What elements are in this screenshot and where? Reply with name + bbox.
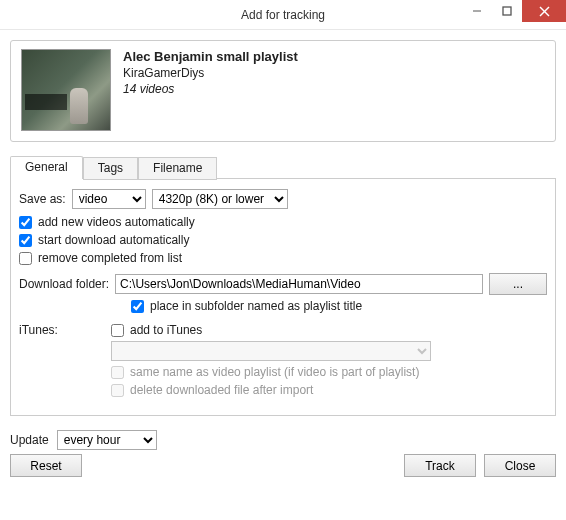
playlist-count: 14 videos <box>123 82 298 96</box>
chk-subfolder-label: place in subfolder named as playlist tit… <box>150 299 362 313</box>
chk-start-download-label: start download automatically <box>38 233 189 247</box>
tab-filename[interactable]: Filename <box>138 157 217 180</box>
maximize-button[interactable] <box>492 0 522 22</box>
close-window-button[interactable] <box>522 0 566 22</box>
chk-add-itunes[interactable] <box>111 324 124 337</box>
tab-body-general: Save as: video 4320p (8K) or lower add n… <box>10 178 556 416</box>
minimize-button[interactable] <box>462 0 492 22</box>
playlist-thumbnail <box>21 49 111 131</box>
tabs: General Tags Filename <box>10 156 556 179</box>
playlist-title: Alec Benjamin small playlist <box>123 49 298 64</box>
window-title: Add for tracking <box>241 8 325 22</box>
playlist-panel: Alec Benjamin small playlist KiraGamerDi… <box>10 40 556 142</box>
itunes-label: iTunes: <box>19 323 105 401</box>
tab-tags[interactable]: Tags <box>83 157 138 180</box>
chk-add-itunes-label: add to iTunes <box>130 323 202 337</box>
playlist-author: KiraGamerDiys <box>123 66 298 80</box>
update-label: Update <box>10 433 49 447</box>
chk-start-download[interactable] <box>19 234 32 247</box>
chk-delete-after <box>111 384 124 397</box>
titlebar: Add for tracking <box>0 0 566 30</box>
itunes-playlist-select <box>111 341 431 361</box>
track-button[interactable]: Track <box>404 454 476 477</box>
chk-same-name <box>111 366 124 379</box>
chk-remove-completed[interactable] <box>19 252 32 265</box>
close-button[interactable]: Close <box>484 454 556 477</box>
browse-button[interactable]: ... <box>489 273 547 295</box>
save-as-quality-select[interactable]: 4320p (8K) or lower <box>152 189 288 209</box>
chk-delete-after-label: delete downloaded file after import <box>130 383 313 397</box>
save-as-type-select[interactable]: video <box>72 189 146 209</box>
chk-same-name-label: same name as video playlist (if video is… <box>130 365 419 379</box>
reset-button[interactable]: Reset <box>10 454 82 477</box>
tab-general[interactable]: General <box>10 156 83 179</box>
chk-subfolder[interactable] <box>131 300 144 313</box>
download-folder-label: Download folder: <box>19 277 109 291</box>
chk-add-new[interactable] <box>19 216 32 229</box>
svg-rect-1 <box>503 7 511 15</box>
download-folder-input[interactable] <box>115 274 483 294</box>
update-interval-select[interactable]: every hour <box>57 430 157 450</box>
chk-add-new-label: add new videos automatically <box>38 215 195 229</box>
chk-remove-completed-label: remove completed from list <box>38 251 182 265</box>
save-as-label: Save as: <box>19 192 66 206</box>
